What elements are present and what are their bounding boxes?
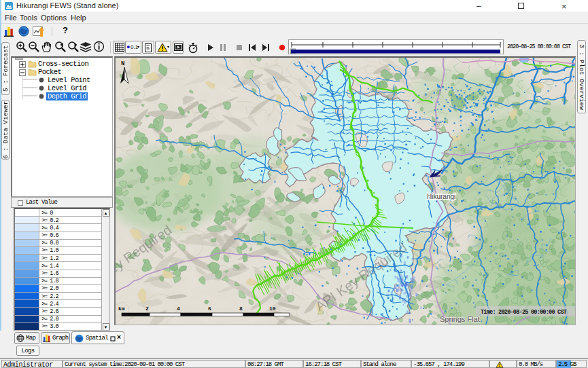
svg-text:Time: 2020-08-25 00:00:00 CST: Time: 2020-08-25 00:00:00 CST bbox=[481, 309, 567, 316]
svg-text:km: km bbox=[118, 306, 125, 312]
svg-text:N: N bbox=[121, 60, 124, 67]
svg-text:4: 4 bbox=[177, 306, 180, 312]
svg-text:2: 2 bbox=[145, 306, 149, 312]
svg-text:Springs Flat: Springs Flat bbox=[440, 315, 480, 323]
svg-text:SH 1: SH 1 bbox=[435, 122, 441, 134]
svg-text:8: 8 bbox=[239, 306, 243, 312]
svg-text:6: 6 bbox=[208, 306, 211, 312]
svg-text:Hikurangi: Hikurangi bbox=[427, 193, 455, 200]
svg-text:10: 10 bbox=[269, 306, 276, 312]
